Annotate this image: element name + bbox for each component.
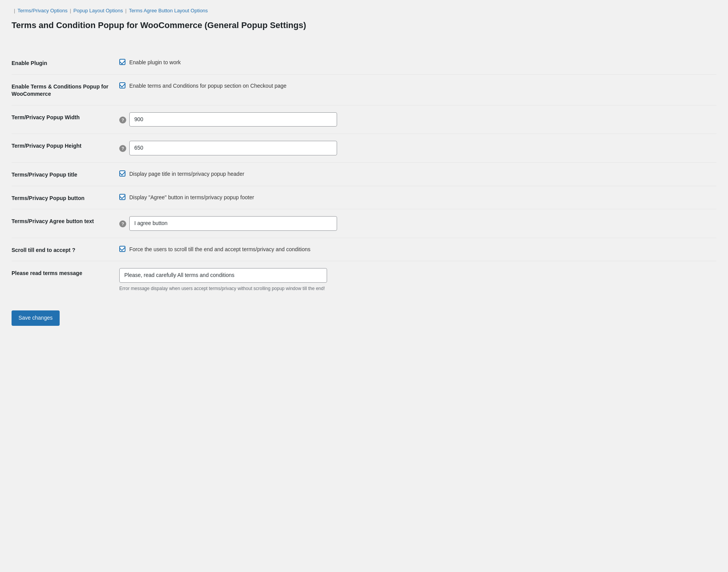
settings-label-please-read-message: Please read terms message [12,270,82,276]
text-input-agree-button-text[interactable] [129,216,337,231]
settings-label-enable-terms-conditions: Enable Terms & Conditions Popup for WooC… [12,83,109,97]
checkbox-popup-title[interactable] [119,170,125,177]
checkbox-label-popup-title: Display page title in terms/privacy popu… [129,170,244,178]
help-icon-agree-button-text[interactable]: ? [119,220,126,227]
settings-rows: Enable PluginEnable plugin to workEnable… [12,51,716,299]
field-description-please-read-message: Error message dispalay when users accept… [119,285,327,292]
nav-link-popup-layout[interactable]: Popup Layout Options [73,8,123,13]
text-input-please-read-message[interactable] [119,268,327,283]
settings-row-enable-terms-conditions: Enable Terms & Conditions Popup for WooC… [12,75,716,105]
breadcrumb-nav: | Terms/Privacy Options | Popup Layout O… [12,8,716,13]
settings-label-scroll-to-accept: Scroll till end to accept ? [12,247,75,253]
checkbox-wrapper-popup-title: Display page title in terms/privacy popu… [119,170,244,178]
settings-row-popup-title: Terms/Privacy Popup titleDisplay page ti… [12,163,716,186]
checkbox-wrapper-popup-button: Display "Agree" button in terms/privacy … [119,193,254,202]
checkbox-label-scroll-to-accept: Force the users to scroll till the end a… [129,245,311,253]
checkbox-popup-button[interactable] [119,194,125,200]
nav-link-terms-privacy[interactable]: Terms/Privacy Options [17,8,67,13]
help-icon-popup-height[interactable]: ? [119,145,126,152]
checkbox-wrapper-scroll-to-accept: Force the users to scroll till the end a… [119,245,311,253]
nav-link-terms-agree[interactable]: Terms Agree Button Layout Options [129,8,208,13]
settings-row-agree-button-text: Terms/Privacy Agree button text? [12,209,716,238]
settings-label-popup-height: Term/Privacy Popup Height [12,143,82,149]
page-title: Terms and Condition Popup for WooCommerc… [12,20,716,30]
settings-row-please-read-message: Please read terms messageError message d… [12,261,716,299]
help-icon-popup-width[interactable]: ? [119,117,126,123]
nav-separator-3: | [125,8,126,13]
checkbox-wrapper-enable-terms-conditions: Enable terms and Conditions for popup se… [119,82,287,90]
checkbox-wrapper-enable-plugin: Enable plugin to work [119,58,181,67]
settings-row-popup-button: Terms/Privacy Popup buttonDisplay "Agree… [12,186,716,210]
checkbox-label-enable-plugin: Enable plugin to work [129,58,181,67]
save-button[interactable]: Save changes [12,310,60,326]
nav-separator-1: | [14,8,15,13]
settings-form: Enable PluginEnable plugin to workEnable… [12,51,716,326]
settings-label-agree-button-text: Terms/Privacy Agree button text [12,218,94,224]
checkbox-enable-terms-conditions[interactable] [119,82,125,88]
settings-label-popup-button: Terms/Privacy Popup button [12,195,85,201]
nav-separator-2: | [70,8,71,13]
settings-label-popup-title: Terms/Privacy Popup title [12,172,77,178]
text-input-popup-height[interactable] [129,141,337,155]
checkbox-enable-plugin[interactable] [119,59,125,65]
text-input-popup-width[interactable] [129,112,337,127]
checkbox-scroll-to-accept[interactable] [119,246,125,252]
checkbox-label-enable-terms-conditions: Enable terms and Conditions for popup se… [129,82,287,90]
settings-label-enable-plugin: Enable Plugin [12,60,47,66]
settings-label-popup-width: Term/Privacy Popup Width [12,114,80,120]
settings-row-enable-plugin: Enable PluginEnable plugin to work [12,51,716,75]
settings-row-popup-height: Term/Privacy Popup Height? [12,134,716,163]
settings-row-scroll-to-accept: Scroll till end to accept ?Force the use… [12,238,716,262]
checkbox-label-popup-button: Display "Agree" button in terms/privacy … [129,193,254,202]
settings-row-popup-width: Term/Privacy Popup Width? [12,105,716,134]
